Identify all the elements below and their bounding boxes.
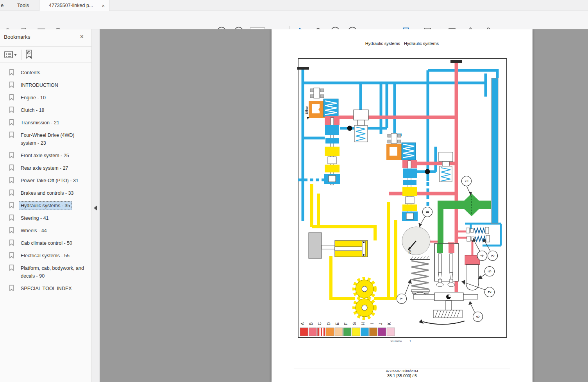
bookmark-icon <box>9 106 15 115</box>
svg-text:5: 5 <box>488 270 492 273</box>
svg-text:6: 6 <box>476 316 480 318</box>
legend-letter: I <box>370 323 374 325</box>
legend-swatch <box>387 328 395 336</box>
svg-text:8: 8 <box>425 211 430 213</box>
footer-rule <box>294 368 510 368</box>
svg-text:1: 1 <box>465 180 469 182</box>
panel-strip <box>92 29 100 382</box>
legend-letter: J <box>378 323 383 325</box>
locate-bookmark-button[interactable] <box>24 49 34 61</box>
divider <box>21 50 21 60</box>
divider <box>0 63 91 63</box>
bookmark-item[interactable]: Hydraulic systems - 35 <box>0 199 91 212</box>
bookmark-item[interactable]: Rear axle system - 27 <box>0 162 91 174</box>
bookmark-icon <box>9 264 15 273</box>
bookmark-label: Rear axle system - 27 <box>19 164 70 172</box>
bookmark-icon <box>9 252 15 260</box>
bookmark-icon <box>9 131 15 140</box>
bookmark-label: SPECIAL TOOL INDEX <box>19 284 74 293</box>
legend-swatch <box>352 328 360 336</box>
bookmark-label: Platform, cab, bodywork, and decals - 90 <box>19 264 90 280</box>
bookmark-item[interactable]: Electrical systems - 55 <box>0 249 91 262</box>
bookmark-options-button[interactable] <box>4 50 17 61</box>
bookmark-label: Four-Wheel Drive (4WD) system - 23 <box>19 131 90 147</box>
legend-swatch <box>317 328 325 336</box>
bookmark-item[interactable]: SPECIAL TOOL INDEX <box>0 282 91 295</box>
bookmark-icon <box>9 81 15 90</box>
bookmark-label: Power Take-Off (PTO) - 31 <box>19 176 80 185</box>
toolbar: / 1571 71.1% <box>0 11 588 29</box>
tab-home-partial[interactable]: e <box>1 2 4 8</box>
hydraulic-schematic: 18bar <box>272 29 533 382</box>
legend-swatch <box>309 328 316 336</box>
bookmark-item[interactable]: Platform, cab, bodywork, and decals - 90 <box>0 262 91 282</box>
bookmark-item[interactable]: Contents <box>0 66 91 79</box>
bookmark-label: Steering - 41 <box>19 214 51 222</box>
pressure-label: 18bar <box>305 106 309 115</box>
legend-letter: B <box>309 322 313 325</box>
bookmarks-list: ContentsINTRODUCTIONEngine - 10Clutch - … <box>0 66 91 382</box>
bookmark-item[interactable]: Front axle system - 25 <box>0 149 91 162</box>
legend-letter: H <box>361 322 365 325</box>
legend-swatch <box>378 328 386 336</box>
gauge-value-label: 20 <box>408 250 412 254</box>
bookmark-label: INTRODUCTION <box>19 81 60 90</box>
tab-close-icon[interactable]: × <box>100 3 106 9</box>
bookmark-icon <box>9 69 15 77</box>
legend-swatch <box>326 328 334 336</box>
bookmark-icon <box>9 202 15 210</box>
legend-swatch <box>300 328 308 336</box>
legend-letter: C <box>317 322 322 325</box>
legend-letter: G <box>352 322 357 325</box>
bookmark-icon <box>9 164 15 172</box>
svg-text:7: 7 <box>400 298 404 300</box>
bookmarks-header: Bookmarks × <box>0 29 91 46</box>
bookmark-label: Front axle system - 25 <box>19 151 71 160</box>
bookmark-item[interactable]: Steering - 41 <box>0 212 91 224</box>
bookmark-item[interactable]: Cab climate control - 50 <box>0 237 91 249</box>
bookmark-icon <box>9 177 15 185</box>
bookmark-label: Wheels - 44 <box>19 226 49 235</box>
bookmarks-title: Bookmarks <box>4 34 30 40</box>
tab-document[interactable]: 47735507-linked p... × <box>39 0 109 11</box>
bookmark-label: Contents <box>19 68 42 77</box>
bookmark-item[interactable]: Clutch - 18 <box>0 104 91 117</box>
bookmark-icon <box>9 239 15 247</box>
options-list-icon <box>4 50 17 60</box>
bookmark-item[interactable]: Engine - 10 <box>0 91 91 104</box>
legend-swatch <box>370 328 377 336</box>
tab-tools[interactable]: Tools <box>12 0 34 11</box>
bookmark-label: Engine - 10 <box>19 93 48 102</box>
svg-text:2: 2 <box>488 291 492 293</box>
document-canvas[interactable]: Hydraulic systems - Hydraulic systems <box>100 29 588 382</box>
svg-text:4: 4 <box>480 255 484 257</box>
tab-bar: e Tools 47735507-linked p... × <box>0 0 588 11</box>
bookmark-item[interactable]: Brakes and controls - 33 <box>0 187 91 199</box>
bookmark-icon <box>9 214 15 222</box>
bookmark-item[interactable]: Wheels - 44 <box>0 224 91 237</box>
tab-document-label: 47735507-linked p... <box>49 3 100 8</box>
bookmark-item[interactable]: Power Take-Off (PTO) - 31 <box>0 174 91 187</box>
bookmark-item[interactable]: Transmission - 21 <box>0 117 91 129</box>
bookmark-label: Hydraulic systems - 35 <box>19 201 72 210</box>
legend-swatch <box>343 328 351 336</box>
bookmarks-options-row <box>0 47 91 63</box>
legend-swatch <box>361 328 368 336</box>
bookmark-label: Cab climate control - 50 <box>19 239 74 247</box>
panel-close-icon[interactable]: × <box>80 33 84 40</box>
svg-text:3: 3 <box>491 255 495 257</box>
figure-page-number: 1 <box>409 340 411 343</box>
pdf-page: Hydraulic systems - Hydraulic systems <box>272 29 533 382</box>
bookmark-label: Brakes and controls - 33 <box>19 189 76 197</box>
bookmarks-panel: Bookmarks × ContentsINTRODUCTIONEngine -… <box>0 29 92 382</box>
collapse-panel-icon[interactable] <box>94 205 97 211</box>
legend-letter: A <box>300 322 305 325</box>
bookmark-label: Electrical systems - 55 <box>19 251 71 260</box>
bookmark-icon <box>9 94 15 102</box>
bookmark-item[interactable]: INTRODUCTION <box>0 79 91 91</box>
bookmark-icon <box>9 189 15 197</box>
bookmark-label: Transmission - 21 <box>19 118 61 127</box>
bookmark-item[interactable]: Four-Wheel Drive (4WD) system - 23 <box>0 129 91 149</box>
legend-letter: K <box>387 322 391 325</box>
bookmark-icon <box>9 285 15 293</box>
